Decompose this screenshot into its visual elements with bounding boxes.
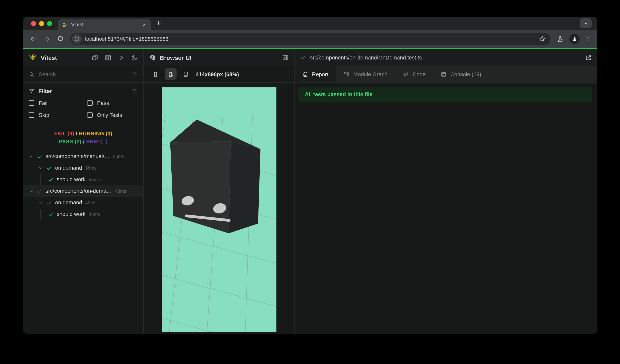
indent-guide: [31, 163, 31, 185]
clear-filter-icon[interactable]: [132, 88, 138, 94]
globe-icon: [149, 54, 156, 61]
bookmark-star-icon[interactable]: [539, 36, 546, 42]
browser-menu-icon[interactable]: [585, 36, 591, 42]
open-in-editor-icon[interactable]: [585, 54, 592, 61]
checkbox[interactable]: [87, 100, 93, 106]
filter-panel: Filter Fail Pass Skip Only Tests: [23, 83, 143, 125]
url-text: localhost:5173/#/?file=1828625563: [85, 36, 536, 42]
browser-window: Vitest localhost:5173/#/?file=1828625563: [23, 17, 597, 334]
checkbox[interactable]: [29, 100, 34, 106]
preview-canvas[interactable]: [162, 87, 276, 332]
phone-plus-viewport-button[interactable]: [165, 68, 177, 80]
tab-search-button[interactable]: [580, 18, 592, 28]
running-count: RUNNING (0): [79, 131, 112, 136]
chevron-down-icon[interactable]: [29, 154, 33, 159]
test-duration: 43ms: [115, 189, 126, 193]
filter-option-only-tests[interactable]: Only Tests: [87, 109, 138, 121]
minimize-window-button[interactable]: [39, 21, 44, 26]
zoom-window-button[interactable]: [47, 21, 52, 26]
phone-viewport-button[interactable]: [149, 68, 161, 80]
report-grid-button[interactable]: [105, 54, 111, 61]
checkbox-label: Pass: [97, 100, 109, 106]
close-tab-icon[interactable]: [142, 22, 147, 27]
pass-check-icon: [46, 200, 52, 205]
sidebar: Vitest Search... Filter Fail: [23, 49, 144, 334]
test-file-row[interactable]: src/components/manual/…56ms: [23, 150, 143, 162]
test-suite-row[interactable]: on demand43ms: [23, 197, 143, 208]
skip-count: SKIP (--): [86, 138, 108, 145]
browser-toolbar: localhost:5173/#/?file=1828625563: [23, 30, 597, 48]
file-passed-check-icon: [300, 55, 306, 60]
tab-code[interactable]: Code: [395, 66, 433, 82]
pass-check-icon: [48, 211, 54, 217]
filter-options: Fail Pass Skip Only Tests: [29, 97, 138, 121]
pass-count: PASS (2): [59, 138, 81, 145]
tab-report[interactable]: Report: [295, 66, 336, 82]
browser-tab[interactable]: Vitest: [58, 19, 151, 30]
chevron-down-icon[interactable]: [29, 189, 33, 193]
forward-button[interactable]: [41, 33, 53, 45]
browser-panel-header: Browser UI: [144, 49, 294, 66]
sidebar-actions: [92, 54, 138, 61]
checkbox-label: Skip: [39, 112, 49, 118]
checkbox[interactable]: [29, 112, 34, 118]
indent-guide: [31, 198, 31, 219]
play-button[interactable]: [118, 54, 125, 61]
test-label: on demand: [55, 165, 82, 171]
tab-label: Report: [312, 71, 328, 77]
pass-check-icon: [37, 188, 42, 194]
tab-title: Vitest: [71, 22, 139, 27]
cube-scene: [162, 87, 276, 332]
indent-guide: [40, 209, 41, 219]
tab-label: Code: [413, 71, 426, 77]
new-tab-button[interactable]: [156, 20, 161, 26]
windows-button[interactable]: [92, 54, 98, 61]
test-file-row[interactable]: src/components/on-dema…43ms: [23, 185, 143, 197]
fail-count: FAIL (0): [54, 131, 74, 136]
search-bar[interactable]: Search...: [23, 66, 143, 83]
file-path: src/components/on-demand/OnDemand.test.t…: [310, 55, 581, 60]
test-suite-row[interactable]: on demand56ms: [23, 162, 143, 174]
vitest-favicon-icon: [62, 22, 68, 28]
clear-search-filter-icon[interactable]: [132, 71, 138, 77]
tab-module-graph[interactable]: Module Graph: [336, 66, 395, 82]
sidebar-header: Vitest: [23, 49, 143, 66]
toolbar-actions: [557, 34, 591, 44]
test-duration: 55ms: [89, 177, 100, 182]
tablet-minus-viewport-button[interactable]: [180, 68, 192, 80]
test-case-row[interactable]: should work43ms: [23, 208, 143, 220]
run-summary: FAIL (0)/RUNNING (0) PASS (2)/SKIP (--): [23, 125, 143, 150]
test-case-row[interactable]: should work55ms: [23, 174, 143, 185]
profile-avatar[interactable]: [569, 34, 580, 44]
checkbox[interactable]: [87, 112, 93, 118]
collapse-panel-icon[interactable]: [282, 54, 289, 61]
tab-console-69-[interactable]: Console (69): [433, 66, 489, 82]
test-duration: 56ms: [85, 165, 96, 170]
test-label: should work: [57, 211, 85, 217]
close-window-button[interactable]: [31, 21, 36, 26]
chevron-down-icon[interactable]: [38, 165, 43, 170]
test-label: should work: [57, 176, 85, 182]
search-icon: [29, 71, 35, 77]
vitest-logo-icon: [29, 54, 37, 61]
test-label: src/components/manual/…: [46, 153, 110, 159]
filter-option-fail[interactable]: Fail: [29, 97, 87, 109]
experiments-flask-icon[interactable]: [557, 36, 564, 42]
back-button[interactable]: [27, 33, 39, 45]
code-icon: [403, 71, 409, 77]
viewport-size-label: 414x896px (68%): [196, 71, 239, 77]
test-tree: src/components/manual/…56mson demand56ms…: [23, 150, 143, 334]
site-info-icon[interactable]: [72, 34, 82, 44]
browser-panel-title: Browser UI: [160, 54, 278, 61]
preview-area: [144, 83, 294, 334]
device-toolbar: 414x896px (68%): [144, 66, 294, 83]
filter-option-skip[interactable]: Skip: [29, 109, 87, 121]
search-input[interactable]: Search...: [39, 71, 132, 77]
chevron-down-icon[interactable]: [38, 200, 43, 205]
reload-button[interactable]: [54, 33, 66, 45]
moon-button[interactable]: [131, 54, 138, 61]
report-tabs: ReportModule GraphCodeConsole (69): [295, 66, 597, 83]
address-bar[interactable]: localhost:5173/#/?file=1828625563: [70, 33, 550, 45]
filter-option-pass[interactable]: Pass: [87, 97, 138, 109]
tab-label: Module Graph: [353, 71, 388, 77]
